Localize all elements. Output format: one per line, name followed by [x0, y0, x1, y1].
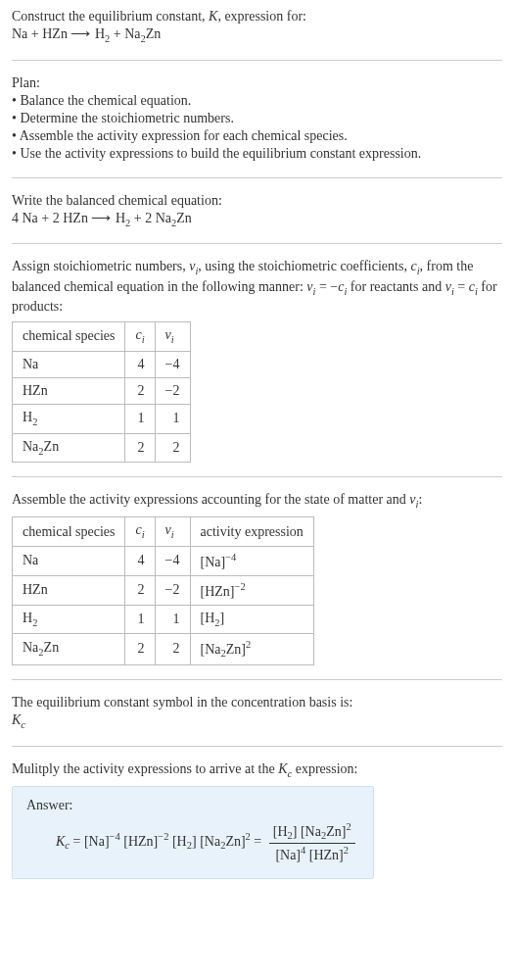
act-body: [HZn]	[201, 583, 235, 598]
cell-c: 4	[125, 546, 155, 575]
cell-c: 2	[125, 377, 155, 404]
cell-species: H2	[13, 605, 125, 633]
divider	[12, 243, 502, 244]
ans-t2-sup: −2	[158, 831, 168, 842]
multiply-section: Mulitply the activity expressions to arr…	[12, 760, 502, 780]
divider	[12, 746, 502, 747]
ans-t1-sup: −4	[110, 831, 120, 842]
cell-c: 2	[125, 575, 155, 605]
plan-bullet-1: • Balance the chemical equation.	[12, 92, 502, 110]
species-tail: Zn	[44, 640, 60, 655]
cell-nu: −4	[155, 351, 190, 377]
divider	[12, 476, 502, 477]
th-nu-sub: i	[171, 334, 174, 345]
species-sub: 2	[32, 416, 37, 427]
species-tail: Zn	[44, 439, 60, 454]
balanced-rhs: H2 + 2 Na2Zn	[116, 211, 192, 225]
rhs-plus: + Na	[110, 26, 140, 41]
th-activity: activity expression	[190, 517, 313, 546]
cell-species: Na	[13, 546, 125, 575]
bal-zn: Zn	[176, 211, 192, 225]
table-header-row: chemical species ci νi	[13, 322, 191, 351]
table-row: HZn 2 −2	[13, 377, 191, 404]
answer-expression: Kc = [Na]−4 [HZn]−2 [H2] [Na2Zn]2 = [H2]…	[26, 814, 359, 864]
reaction-arrow-icon: ⟶	[70, 26, 91, 41]
th-nui: νi	[155, 517, 190, 546]
cell-nu: −2	[155, 377, 190, 404]
table-row: Na2Zn 2 2 [Na2Zn]2	[13, 633, 314, 664]
assign-text-a: Assign stoichiometric numbers,	[12, 259, 189, 273]
reaction-arrow-icon: ⟶	[91, 211, 112, 225]
assemble-section: Assemble the activity expressions accoun…	[12, 491, 502, 511]
table-row: HZn 2 −2 [HZn]−2	[13, 575, 314, 605]
num-b-sup: 2	[346, 821, 350, 832]
cell-species: H2	[13, 405, 125, 433]
divider	[12, 177, 502, 178]
th-species: chemical species	[13, 322, 125, 351]
unbalanced-rhs: H2 + Na2Zn	[95, 26, 161, 41]
act-sup: 2	[246, 639, 251, 650]
cell-c: 4	[125, 351, 155, 377]
ans-t2: [HZn]	[120, 834, 159, 849]
bal-plus: + 2 Na	[130, 211, 171, 225]
balanced-section: Write the balanced chemical equation: 4 …	[12, 192, 502, 230]
cell-activity: [HZn]−2	[190, 575, 313, 605]
species-text: H	[23, 410, 32, 424]
act-sup: −2	[235, 581, 246, 592]
rel2: =	[454, 279, 469, 294]
table-row: Na2Zn 2 2	[13, 433, 191, 462]
species-text: H	[23, 611, 32, 625]
plan-bullet-2: • Determine the stoichiometric numbers.	[12, 110, 502, 127]
plan-bullet-4: • Use the activity expressions to build …	[12, 145, 502, 163]
species-text: Na	[23, 439, 38, 454]
ans-t3-pre: [H	[168, 834, 186, 849]
answer-box: Answer: Kc = [Na]−4 [HZn]−2 [H2] [Na2Zn]…	[12, 786, 374, 879]
stoich-table: chemical species ci νi Na 4 −4 HZn 2 −2 …	[12, 321, 191, 463]
species-text: HZn	[23, 383, 48, 398]
prompt-K: K	[209, 9, 217, 24]
assign-text-b: , using the stoichiometric coefficients,	[198, 259, 410, 273]
cell-c: 1	[125, 605, 155, 633]
act-body: [Na]	[201, 554, 226, 568]
symbol-line: The equilibrium constant symbol in the c…	[12, 694, 502, 711]
ans-t4-post: Zn]	[225, 834, 245, 849]
species-text: HZn	[23, 582, 48, 597]
th-nu-sub: i	[171, 529, 174, 540]
ans-eq: =	[70, 834, 84, 849]
cell-species: HZn	[13, 377, 125, 404]
cell-nu: 2	[155, 633, 190, 664]
activity-table: chemical species ci νi activity expressi…	[12, 516, 314, 665]
cell-nu: 2	[155, 433, 190, 462]
rhs-h: H	[95, 26, 105, 41]
assemble-text-a: Assemble the activity expressions accoun…	[12, 492, 409, 507]
num-b-post: Zn]	[326, 824, 346, 839]
mult-text-b: expression:	[292, 761, 357, 776]
cell-species: Na	[13, 351, 125, 377]
divider	[12, 60, 502, 61]
table-row: Na 4 −4 [Na]−4	[13, 546, 314, 575]
prompt-line1-b: , expression for:	[217, 9, 306, 24]
assign-text-d: for reactants and	[347, 279, 444, 294]
divider	[12, 679, 502, 680]
th-nui: νi	[155, 322, 190, 351]
species-sub: 2	[32, 616, 37, 627]
cell-activity: [Na2Zn]2	[190, 633, 313, 664]
species-text: Na	[23, 640, 38, 655]
mult-text-a: Mulitply the activity expressions to arr…	[12, 761, 278, 776]
Kc-K: K	[12, 712, 21, 727]
table-row: H2 1 1	[13, 405, 191, 433]
cell-activity: [Na]−4	[190, 546, 313, 575]
cell-nu: −2	[155, 575, 190, 605]
fraction-numerator: [H2] [Na2Zn]2	[269, 820, 355, 844]
ans-eq2: =	[251, 834, 265, 849]
num-b-pre: [Na	[297, 824, 321, 839]
act-pre: [H	[201, 611, 215, 625]
species-text: Na	[23, 357, 38, 371]
cell-activity: [H2]	[190, 605, 313, 633]
balanced-lhs: 4 Na + 2 HZn	[12, 211, 88, 225]
cell-nu: 1	[155, 605, 190, 633]
plan-heading: Plan:	[12, 74, 502, 92]
cell-nu: −4	[155, 546, 190, 575]
rel1: = −	[315, 279, 338, 294]
table-row: Na 4 −4	[13, 351, 191, 377]
